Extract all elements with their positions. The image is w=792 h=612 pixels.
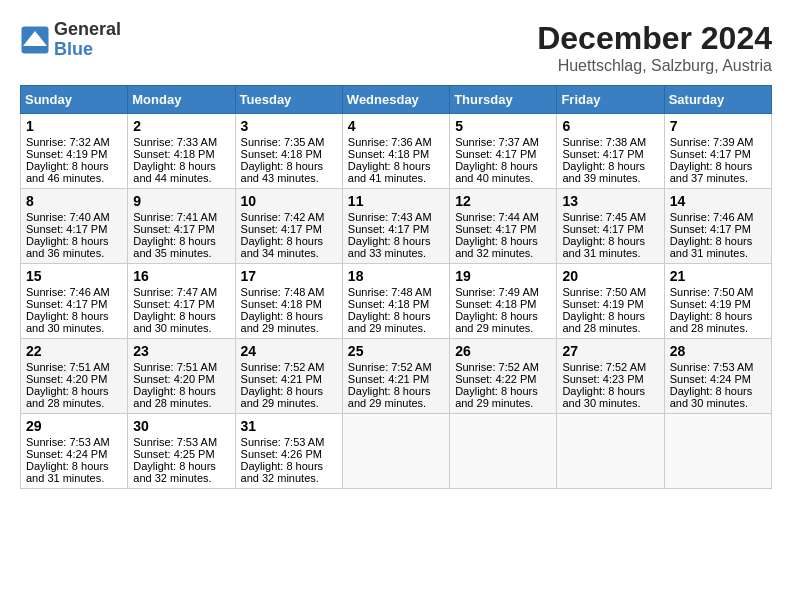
sunrise-text: Sunrise: 7:42 AM: [241, 211, 325, 223]
sunset-text: Sunset: 4:17 PM: [133, 223, 214, 235]
sunrise-text: Sunrise: 7:45 AM: [562, 211, 646, 223]
sunrise-text: Sunrise: 7:53 AM: [670, 361, 754, 373]
daylight-text: Daylight: 8 hours and 30 minutes.: [133, 310, 216, 334]
calendar-cell: [342, 414, 449, 489]
daylight-text: Daylight: 8 hours and 28 minutes.: [133, 385, 216, 409]
day-number: 7: [670, 118, 766, 134]
calendar-cell: 21Sunrise: 7:50 AMSunset: 4:19 PMDayligh…: [664, 264, 771, 339]
weekday-header: Tuesday: [235, 86, 342, 114]
calendar-cell: 3Sunrise: 7:35 AMSunset: 4:18 PMDaylight…: [235, 114, 342, 189]
daylight-text: Daylight: 8 hours and 35 minutes.: [133, 235, 216, 259]
daylight-text: Daylight: 8 hours and 32 minutes.: [133, 460, 216, 484]
calendar-cell: 5Sunrise: 7:37 AMSunset: 4:17 PMDaylight…: [450, 114, 557, 189]
daylight-text: Daylight: 8 hours and 29 minutes.: [241, 310, 324, 334]
page-header: General Blue December 2024 Huettschlag, …: [20, 20, 772, 75]
sunrise-text: Sunrise: 7:48 AM: [348, 286, 432, 298]
day-number: 28: [670, 343, 766, 359]
sunrise-text: Sunrise: 7:50 AM: [670, 286, 754, 298]
sunset-text: Sunset: 4:18 PM: [348, 298, 429, 310]
calendar-cell: [557, 414, 664, 489]
daylight-text: Daylight: 8 hours and 30 minutes.: [670, 385, 753, 409]
daylight-text: Daylight: 8 hours and 46 minutes.: [26, 160, 109, 184]
calendar-cell: 11Sunrise: 7:43 AMSunset: 4:17 PMDayligh…: [342, 189, 449, 264]
calendar-cell: 9Sunrise: 7:41 AMSunset: 4:17 PMDaylight…: [128, 189, 235, 264]
day-number: 23: [133, 343, 229, 359]
sunrise-text: Sunrise: 7:36 AM: [348, 136, 432, 148]
calendar-week-row: 22Sunrise: 7:51 AMSunset: 4:20 PMDayligh…: [21, 339, 772, 414]
sunset-text: Sunset: 4:22 PM: [455, 373, 536, 385]
calendar-cell: 29Sunrise: 7:53 AMSunset: 4:24 PMDayligh…: [21, 414, 128, 489]
day-number: 14: [670, 193, 766, 209]
logo-text: General Blue: [54, 20, 121, 60]
calendar-cell: 24Sunrise: 7:52 AMSunset: 4:21 PMDayligh…: [235, 339, 342, 414]
daylight-text: Daylight: 8 hours and 31 minutes.: [670, 235, 753, 259]
day-number: 25: [348, 343, 444, 359]
sunrise-text: Sunrise: 7:46 AM: [670, 211, 754, 223]
sunset-text: Sunset: 4:19 PM: [26, 148, 107, 160]
sunrise-text: Sunrise: 7:40 AM: [26, 211, 110, 223]
day-number: 4: [348, 118, 444, 134]
day-number: 31: [241, 418, 337, 434]
calendar-cell: 31Sunrise: 7:53 AMSunset: 4:26 PMDayligh…: [235, 414, 342, 489]
day-number: 13: [562, 193, 658, 209]
daylight-text: Daylight: 8 hours and 31 minutes.: [562, 235, 645, 259]
daylight-text: Daylight: 8 hours and 39 minutes.: [562, 160, 645, 184]
sunset-text: Sunset: 4:18 PM: [241, 148, 322, 160]
day-number: 11: [348, 193, 444, 209]
daylight-text: Daylight: 8 hours and 31 minutes.: [26, 460, 109, 484]
sunrise-text: Sunrise: 7:37 AM: [455, 136, 539, 148]
sunset-text: Sunset: 4:20 PM: [133, 373, 214, 385]
day-number: 26: [455, 343, 551, 359]
daylight-text: Daylight: 8 hours and 36 minutes.: [26, 235, 109, 259]
calendar-cell: 6Sunrise: 7:38 AMSunset: 4:17 PMDaylight…: [557, 114, 664, 189]
sunrise-text: Sunrise: 7:32 AM: [26, 136, 110, 148]
day-number: 22: [26, 343, 122, 359]
sunset-text: Sunset: 4:24 PM: [26, 448, 107, 460]
calendar-cell: 13Sunrise: 7:45 AMSunset: 4:17 PMDayligh…: [557, 189, 664, 264]
calendar-cell: 15Sunrise: 7:46 AMSunset: 4:17 PMDayligh…: [21, 264, 128, 339]
title-block: December 2024 Huettschlag, Salzburg, Aus…: [537, 20, 772, 75]
sunrise-text: Sunrise: 7:44 AM: [455, 211, 539, 223]
sunset-text: Sunset: 4:24 PM: [670, 373, 751, 385]
sunrise-text: Sunrise: 7:53 AM: [26, 436, 110, 448]
calendar-week-row: 8Sunrise: 7:40 AMSunset: 4:17 PMDaylight…: [21, 189, 772, 264]
sunset-text: Sunset: 4:17 PM: [670, 223, 751, 235]
sunset-text: Sunset: 4:20 PM: [26, 373, 107, 385]
daylight-text: Daylight: 8 hours and 41 minutes.: [348, 160, 431, 184]
calendar-cell: 30Sunrise: 7:53 AMSunset: 4:25 PMDayligh…: [128, 414, 235, 489]
daylight-text: Daylight: 8 hours and 40 minutes.: [455, 160, 538, 184]
calendar-cell: 26Sunrise: 7:52 AMSunset: 4:22 PMDayligh…: [450, 339, 557, 414]
sunrise-text: Sunrise: 7:41 AM: [133, 211, 217, 223]
day-number: 3: [241, 118, 337, 134]
daylight-text: Daylight: 8 hours and 32 minutes.: [455, 235, 538, 259]
sunset-text: Sunset: 4:19 PM: [562, 298, 643, 310]
day-number: 19: [455, 268, 551, 284]
day-number: 1: [26, 118, 122, 134]
day-number: 29: [26, 418, 122, 434]
daylight-text: Daylight: 8 hours and 29 minutes.: [455, 385, 538, 409]
sunrise-text: Sunrise: 7:52 AM: [455, 361, 539, 373]
sunset-text: Sunset: 4:17 PM: [133, 298, 214, 310]
day-number: 12: [455, 193, 551, 209]
calendar-cell: 22Sunrise: 7:51 AMSunset: 4:20 PMDayligh…: [21, 339, 128, 414]
sunrise-text: Sunrise: 7:38 AM: [562, 136, 646, 148]
sunset-text: Sunset: 4:21 PM: [348, 373, 429, 385]
calendar-subtitle: Huettschlag, Salzburg, Austria: [537, 57, 772, 75]
sunrise-text: Sunrise: 7:49 AM: [455, 286, 539, 298]
sunrise-text: Sunrise: 7:52 AM: [241, 361, 325, 373]
sunset-text: Sunset: 4:17 PM: [562, 148, 643, 160]
logo-icon: [20, 25, 50, 55]
weekday-header: Sunday: [21, 86, 128, 114]
day-number: 5: [455, 118, 551, 134]
calendar-cell: 12Sunrise: 7:44 AMSunset: 4:17 PMDayligh…: [450, 189, 557, 264]
calendar-cell: 25Sunrise: 7:52 AMSunset: 4:21 PMDayligh…: [342, 339, 449, 414]
sunrise-text: Sunrise: 7:46 AM: [26, 286, 110, 298]
daylight-text: Daylight: 8 hours and 34 minutes.: [241, 235, 324, 259]
sunrise-text: Sunrise: 7:39 AM: [670, 136, 754, 148]
sunrise-text: Sunrise: 7:51 AM: [26, 361, 110, 373]
daylight-text: Daylight: 8 hours and 29 minutes.: [348, 385, 431, 409]
sunrise-text: Sunrise: 7:50 AM: [562, 286, 646, 298]
calendar-cell: 20Sunrise: 7:50 AMSunset: 4:19 PMDayligh…: [557, 264, 664, 339]
calendar-cell: 4Sunrise: 7:36 AMSunset: 4:18 PMDaylight…: [342, 114, 449, 189]
daylight-text: Daylight: 8 hours and 32 minutes.: [241, 460, 324, 484]
